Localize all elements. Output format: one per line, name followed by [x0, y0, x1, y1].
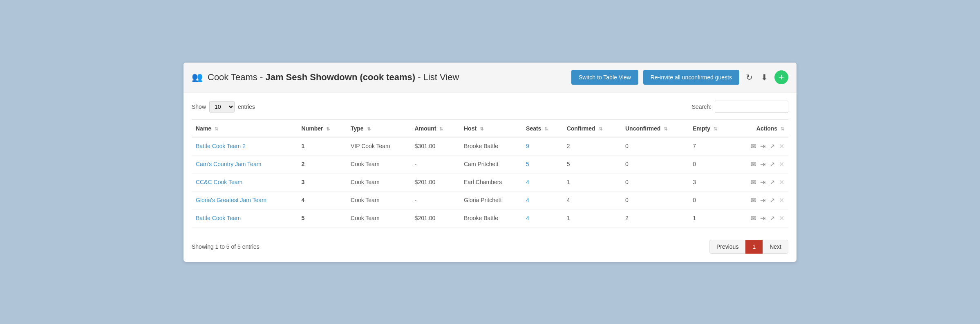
cell-host: Brooke Battle — [460, 209, 522, 227]
cell-empty: 7 — [689, 137, 732, 155]
search-control: Search: — [692, 101, 788, 113]
sort-icon-type: ⇅ — [367, 126, 371, 131]
signin-icon[interactable]: ⇥ — [760, 142, 765, 150]
cell-type: Cook Team — [347, 191, 411, 209]
next-page-button[interactable]: Next — [763, 240, 788, 254]
cell-seats: 9 — [522, 137, 563, 155]
share-icon[interactable]: ↗ — [770, 178, 775, 186]
cell-type: VIP Cook Team — [347, 137, 411, 155]
cell-host: Gloria Pritchett — [460, 191, 522, 209]
cell-empty: 3 — [689, 173, 732, 191]
entries-select[interactable]: 10 25 50 100 — [209, 101, 235, 112]
sort-icon-unconfirmed: ⇅ — [664, 126, 667, 131]
add-icon: + — [779, 72, 784, 83]
cell-confirmed: 2 — [563, 137, 621, 155]
reinvite-button[interactable]: Re-invite all unconfirmed guests — [643, 70, 739, 85]
cell-amount: - — [411, 191, 460, 209]
cell-host: Earl Chambers — [460, 173, 522, 191]
sort-icon-empty: ⇅ — [714, 126, 717, 131]
table-row: Cam's Country Jam Team 2 Cook Team - Cam… — [192, 155, 788, 173]
refresh-button[interactable]: ↻ — [744, 71, 754, 84]
remove-icon[interactable]: ✕ — [779, 178, 784, 186]
data-table: Name ⇅ Number ⇅ Type ⇅ Amount ⇅ Host ⇅ S… — [192, 119, 788, 227]
signin-icon[interactable]: ⇥ — [760, 160, 765, 168]
email-icon[interactable]: ✉ — [751, 142, 756, 150]
sort-icon-seats: ⇅ — [544, 126, 548, 131]
team-name-link[interactable]: Battle Cook Team — [196, 215, 241, 221]
page-title: Cook Teams - Jam Sesh Showdown (cook tea… — [208, 72, 566, 83]
col-seats: Seats ⇅ — [522, 120, 563, 137]
cell-name: Gloria's Greatest Jam Team — [192, 191, 298, 209]
sort-icon-number: ⇅ — [326, 126, 330, 131]
remove-icon[interactable]: ✕ — [779, 196, 784, 204]
prev-page-button[interactable]: Previous — [709, 240, 745, 254]
email-icon[interactable]: ✉ — [751, 196, 756, 204]
col-empty: Empty ⇅ — [689, 120, 732, 137]
cell-actions: ✉ ⇥ ↗ ✕ — [732, 191, 788, 209]
email-icon[interactable]: ✉ — [751, 160, 756, 168]
share-icon[interactable]: ↗ — [770, 196, 775, 204]
seats-link[interactable]: 4 — [526, 179, 529, 185]
email-icon[interactable]: ✉ — [751, 178, 756, 186]
download-button[interactable]: ⬇ — [759, 71, 770, 84]
signin-icon[interactable]: ⇥ — [760, 196, 765, 204]
cell-name: Battle Cook Team — [192, 209, 298, 227]
remove-icon[interactable]: ✕ — [779, 160, 784, 168]
cell-name: CC&C Cook Team — [192, 173, 298, 191]
cell-empty: 0 — [689, 191, 732, 209]
cell-empty: 0 — [689, 155, 732, 173]
switch-table-view-button[interactable]: Switch to Table View — [571, 70, 638, 85]
team-name-link[interactable]: Battle Cook Team 2 — [196, 143, 246, 149]
cell-actions: ✉ ⇥ ↗ ✕ — [732, 173, 788, 191]
cell-unconfirmed: 2 — [621, 209, 689, 227]
team-name-link[interactable]: Cam's Country Jam Team — [196, 161, 261, 167]
sort-icon-name: ⇅ — [215, 126, 218, 131]
title-prefix: Cook Teams - — [208, 72, 265, 82]
cell-seats: 5 — [522, 155, 563, 173]
content-area: Show 10 25 50 100 entries Search: Name ⇅… — [183, 92, 797, 262]
share-icon[interactable]: ↗ — [770, 160, 775, 168]
col-confirmed: Confirmed ⇅ — [563, 120, 621, 137]
table-row: CC&C Cook Team 3 Cook Team $201.00 Earl … — [192, 173, 788, 191]
cell-confirmed: 1 — [563, 209, 621, 227]
col-type: Type ⇅ — [347, 120, 411, 137]
cell-unconfirmed: 0 — [621, 155, 689, 173]
show-entries-control: Show 10 25 50 100 entries — [192, 101, 255, 112]
cell-actions: ✉ ⇥ ↗ ✕ — [732, 209, 788, 227]
cell-seats: 4 — [522, 191, 563, 209]
remove-icon[interactable]: ✕ — [779, 142, 784, 150]
seats-link[interactable]: 4 — [526, 197, 529, 203]
refresh-icon: ↻ — [746, 73, 753, 82]
team-name-link[interactable]: CC&C Cook Team — [196, 179, 242, 185]
search-input[interactable] — [715, 101, 788, 113]
main-container: 👥 Cook Teams - Jam Sesh Showdown (cook t… — [183, 63, 797, 262]
sort-icon-actions: ⇅ — [781, 126, 784, 131]
search-label: Search: — [692, 104, 712, 110]
cell-confirmed: 4 — [563, 191, 621, 209]
cell-name: Battle Cook Team 2 — [192, 137, 298, 155]
cell-unconfirmed: 0 — [621, 173, 689, 191]
table-row: Gloria's Greatest Jam Team 4 Cook Team -… — [192, 191, 788, 209]
cell-confirmed: 1 — [563, 173, 621, 191]
download-icon: ⬇ — [761, 73, 768, 82]
title-suffix: - List View — [415, 72, 459, 82]
seats-link[interactable]: 4 — [526, 215, 529, 221]
table-footer: Showing 1 to 5 of 5 entries Previous 1 N… — [192, 236, 788, 254]
team-name-link[interactable]: Gloria's Greatest Jam Team — [196, 197, 266, 203]
seats-link[interactable]: 5 — [526, 161, 529, 167]
add-button[interactable]: + — [774, 70, 788, 84]
seats-link[interactable]: 9 — [526, 143, 529, 149]
email-icon[interactable]: ✉ — [751, 214, 756, 222]
pagination: Previous 1 Next — [709, 240, 788, 254]
cell-host: Brooke Battle — [460, 137, 522, 155]
signin-icon[interactable]: ⇥ — [760, 214, 765, 222]
table-row: Battle Cook Team 5 Cook Team $201.00 Bro… — [192, 209, 788, 227]
signin-icon[interactable]: ⇥ — [760, 178, 765, 186]
share-icon[interactable]: ↗ — [770, 214, 775, 222]
entries-info: Showing 1 to 5 of 5 entries — [192, 243, 260, 250]
cell-confirmed: 5 — [563, 155, 621, 173]
share-icon[interactable]: ↗ — [770, 142, 775, 150]
remove-icon[interactable]: ✕ — [779, 214, 784, 222]
page-1-button[interactable]: 1 — [745, 240, 763, 254]
sort-icon-amount: ⇅ — [439, 126, 443, 131]
